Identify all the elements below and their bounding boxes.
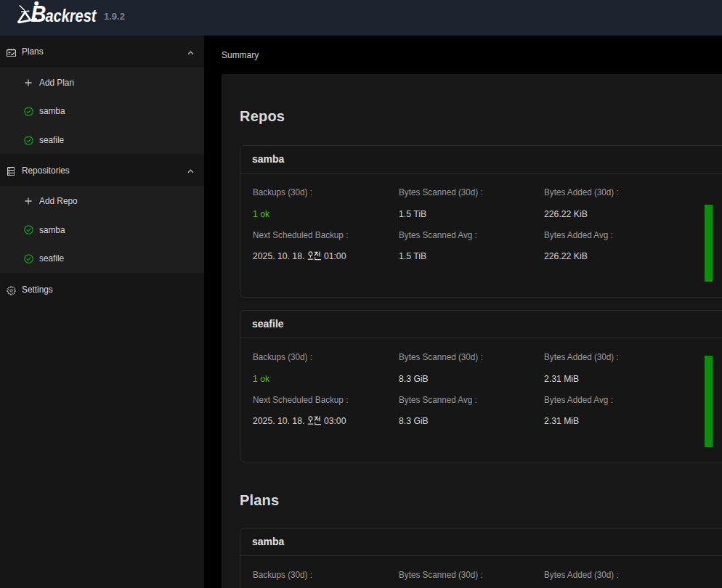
svg-text:ackrest: ackrest: [46, 6, 97, 25]
svg-text:B: B: [31, 1, 46, 27]
